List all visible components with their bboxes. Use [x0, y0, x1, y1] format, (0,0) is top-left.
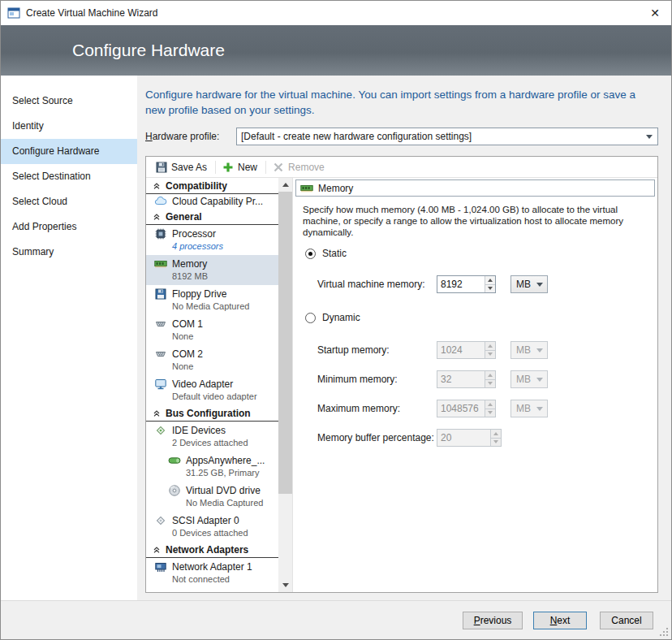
maximum-memory-spinbox — [437, 400, 496, 417]
cancel-button[interactable]: Cancel — [600, 612, 653, 629]
sidebar-item-add-properties[interactable]: Add Properties — [1, 214, 137, 240]
sidebar-item-select-source[interactable]: Select Source — [1, 89, 137, 114]
panel-title: Memory — [318, 183, 353, 194]
tree-item-scsi-adapter[interactable]: SCSI Adapter 0 0 Devices attached — [146, 512, 278, 542]
maximum-memory-unit-dropdown[interactable]: MB — [510, 400, 548, 417]
spin-down-button[interactable] — [491, 438, 501, 447]
save-as-button[interactable]: Save As — [151, 159, 213, 175]
com-port-icon — [154, 348, 167, 361]
maximum-memory-input[interactable] — [437, 400, 485, 417]
startup-memory-input[interactable] — [437, 342, 485, 358]
arrow-down-icon — [282, 583, 289, 587]
spin-down-button[interactable] — [485, 379, 495, 388]
close-button[interactable]: ✕ — [639, 1, 671, 25]
plus-icon — [222, 161, 235, 174]
panel-description: Specify how much memory (4.00 MB - 1,024… — [303, 204, 627, 238]
dynamic-radio[interactable] — [305, 313, 316, 323]
close-icon: ✕ — [650, 6, 660, 19]
spin-up-button[interactable] — [491, 430, 501, 438]
memory-buffer-row: Memory buffer percentage: — [317, 429, 502, 447]
hard-disk-icon — [168, 454, 181, 467]
startup-memory-spinbox — [437, 341, 496, 359]
tree-item-sublabel: Not connected — [172, 573, 252, 585]
page-description: Configure hardware for the virtual machi… — [145, 87, 653, 118]
hardware-tree: Compatibility Cloud Capability Pr... Gen… — [146, 178, 278, 592]
spin-down-button[interactable] — [485, 409, 495, 417]
spin-up-button[interactable] — [485, 400, 495, 409]
spin-down-button[interactable] — [485, 350, 495, 359]
chevron-down-icon — [536, 283, 543, 287]
tree-item-memory[interactable]: Memory 8192 MB — [146, 255, 278, 285]
tree-item-com2[interactable]: COM 2 None — [146, 345, 278, 375]
tree-item-hard-disk[interactable]: AppsAnywhere_... 31.25 GB, Primary — [146, 452, 278, 482]
arrow-down-icon — [488, 411, 493, 414]
tree-item-label: AppsAnywhere_... — [186, 455, 265, 467]
new-label: New — [238, 162, 257, 173]
remove-x-icon — [272, 161, 285, 174]
startup-memory-unit-dropdown[interactable]: MB — [510, 341, 548, 359]
sidebar-item-configure-hardware[interactable]: Configure Hardware — [1, 139, 137, 164]
tree-item-ide-devices[interactable]: IDE Devices 2 Devices attached — [146, 422, 278, 452]
spin-up-button[interactable] — [485, 371, 495, 379]
spin-up-button[interactable] — [485, 342, 495, 350]
startup-memory-row: Startup memory: MB — [317, 341, 548, 359]
static-radio[interactable] — [305, 249, 316, 259]
tree-section-label: General — [166, 211, 202, 223]
minimum-memory-label: Minimum memory: — [317, 374, 437, 385]
vm-memory-unit-dropdown[interactable]: MB — [510, 275, 548, 293]
spin-down-button[interactable] — [485, 284, 495, 293]
tree-section-bus-configuration[interactable]: Bus Configuration — [146, 405, 278, 422]
scrollbar-track[interactable] — [278, 192, 292, 578]
sidebar-item-summary[interactable]: Summary — [1, 240, 137, 265]
scrollbar-thumb[interactable] — [278, 192, 292, 494]
arrow-down-icon — [488, 352, 493, 356]
tree-item-label: Network Adapter 1 — [172, 561, 252, 573]
panel-header: Memory — [295, 179, 655, 197]
tree-item-label: Virtual DVD drive — [186, 485, 263, 497]
tree-section-network-adapters[interactable]: Network Adapters — [146, 542, 278, 558]
tree-item-network-adapter-1[interactable]: Network Adapter 1 Not connected — [146, 558, 278, 588]
memory-buffer-input[interactable] — [437, 430, 490, 446]
tree-item-processor[interactable]: Processor 4 processors — [146, 225, 278, 255]
tree-item-label: Processor — [172, 228, 223, 240]
collapse-icon — [152, 544, 162, 556]
scroll-down-button[interactable] — [278, 578, 292, 592]
previous-button[interactable]: Previous — [463, 612, 523, 629]
minimum-memory-unit-dropdown[interactable]: MB — [510, 370, 548, 388]
tree-item-video-adapter[interactable]: Video Adapter Default video adapter — [146, 375, 278, 405]
resize-grip[interactable] — [658, 626, 669, 637]
sidebar-item-identity[interactable]: Identity — [1, 114, 137, 139]
tree-item-cloud-capability[interactable]: Cloud Capability Pr... — [146, 194, 278, 209]
static-radio-label: Static — [322, 248, 347, 259]
vm-memory-input[interactable] — [437, 276, 485, 292]
spin-up-button[interactable] — [485, 276, 495, 284]
tree-section-fibre-channel[interactable]: Fibre Channel Adapters — [146, 588, 278, 592]
static-radio-row: Static — [305, 248, 347, 259]
tree-section-compatibility[interactable]: Compatibility — [146, 178, 278, 194]
wizard-body: Select Source Identity Configure Hardwar… — [1, 76, 671, 600]
sidebar-item-select-cloud[interactable]: Select Cloud — [1, 189, 137, 214]
tree-item-sublabel: 8192 MB — [172, 270, 208, 282]
scroll-up-button[interactable] — [278, 178, 292, 192]
tree-item-virtual-dvd-drive[interactable]: Virtual DVD drive No Media Captured — [146, 482, 278, 512]
hardware-configuration-box: Save As New Remove — [145, 156, 658, 593]
toolbar-separator — [215, 161, 216, 174]
tree-item-com1[interactable]: COM 1 None — [146, 315, 278, 345]
scsi-adapter-icon — [154, 514, 167, 527]
create-vm-wizard-window: Create Virtual Machine Wizard ✕ Configur… — [0, 0, 672, 640]
tree-item-label: Cloud Capability Pr... — [172, 196, 263, 208]
window-title: Create Virtual Machine Wizard — [26, 7, 639, 19]
tree-item-floppy-drive[interactable]: Floppy Drive No Media Captured — [146, 285, 278, 315]
new-button[interactable]: New — [218, 159, 264, 175]
remove-button[interactable]: Remove — [268, 159, 331, 175]
tree-scrollbar — [278, 178, 292, 592]
minimum-memory-spinbox — [437, 370, 496, 388]
minimum-memory-row: Minimum memory: MB — [317, 370, 548, 388]
minimum-memory-input[interactable] — [437, 371, 485, 387]
hardware-profile-dropdown[interactable]: [Default - create new hardware configura… — [236, 128, 658, 145]
next-button[interactable]: Next — [533, 612, 587, 629]
sidebar-item-select-destination[interactable]: Select Destination — [1, 164, 137, 189]
tree-section-general[interactable]: General — [146, 209, 278, 225]
title-bar: Create Virtual Machine Wizard ✕ — [1, 1, 671, 25]
tree-item-label: COM 2 — [172, 348, 203, 361]
